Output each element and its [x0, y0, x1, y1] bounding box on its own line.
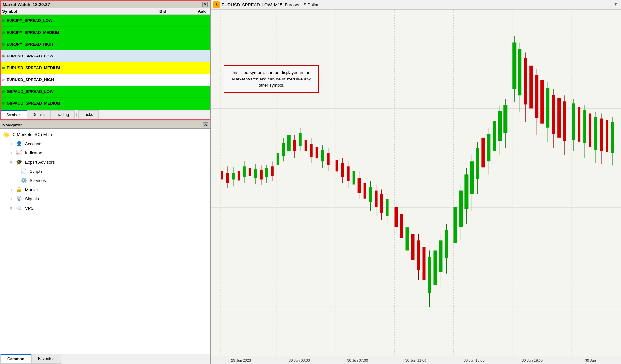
- indicators-icon: 📈: [16, 150, 22, 156]
- services-icon: ⚙️: [21, 177, 27, 183]
- svg-rect-41: [293, 140, 296, 151]
- svg-rect-51: [321, 150, 324, 161]
- tab-separator: |: [75, 110, 78, 119]
- svg-rect-93: [445, 230, 448, 258]
- col-symbol: Symbol: [2, 9, 129, 14]
- status-dot: [2, 55, 5, 57]
- table-row[interactable]: GBPAUD_SPREAD_MEDIUM: [1, 98, 210, 109]
- svg-rect-123: [535, 75, 538, 118]
- svg-rect-15: [221, 171, 223, 179]
- scroll-arrow-icon[interactable]: ▼: [614, 2, 618, 7]
- tab-trading[interactable]: Trading: [50, 110, 75, 119]
- navigator-root-item[interactable]: 🌟 IC Markets (SC) MT5: [0, 130, 210, 139]
- svg-rect-103: [476, 148, 479, 179]
- navigator-item-indicators[interactable]: ⊞ 📈 Indicators: [0, 148, 210, 157]
- market-label: Market: [25, 187, 38, 192]
- broker-icon: 🌟: [3, 131, 10, 138]
- table-row[interactable]: EURJPY_SPREAD_LOW: [1, 15, 210, 27]
- market-watch-tabs: Symbols Details Trading | Ticks: [1, 110, 210, 119]
- navigator-header: Navigator ✕: [0, 121, 210, 129]
- accounts-icon: 👤: [16, 141, 22, 147]
- svg-rect-67: [369, 187, 372, 202]
- market-icon: 🔒: [16, 187, 22, 193]
- scripts-icon: 📄: [21, 168, 27, 174]
- svg-rect-109: [493, 121, 496, 151]
- date-label-5: 30 Jun 15:00: [445, 358, 503, 362]
- chart-header: $ EURUSD_SPREAD_LOW, M15: Euro vs US Dol…: [211, 0, 621, 10]
- svg-rect-135: [572, 103, 575, 140]
- svg-rect-21: [238, 171, 240, 180]
- svg-rect-117: [518, 49, 521, 96]
- navigator-item-vps[interactable]: ⊞ ☁️ VPS: [0, 203, 210, 213]
- tab-common[interactable]: Common: [0, 354, 31, 364]
- svg-rect-129: [552, 95, 555, 134]
- svg-rect-145: [600, 119, 603, 151]
- navigator-item-scripts[interactable]: 📄 Scripts: [0, 167, 210, 176]
- symbol-name: GBPAUD_SPREAD_LOW: [2, 89, 129, 94]
- status-dot: [2, 43, 5, 46]
- symbol-name: EURJPY_SPREAD_LOW: [2, 18, 129, 23]
- tab-symbols[interactable]: Symbols: [1, 110, 27, 119]
- expand-icon: ⊞: [10, 160, 13, 164]
- svg-rect-121: [529, 66, 533, 109]
- svg-rect-63: [358, 178, 361, 193]
- navigator-panel: Navigator ✕ 🌟 IC Markets (SC) MT5 ⊞ 👤 Ac…: [0, 121, 210, 364]
- table-row[interactable]: EURJPY_SPREAD_HIGH: [1, 38, 210, 50]
- svg-rect-43: [299, 133, 302, 146]
- svg-rect-39: [288, 135, 291, 151]
- svg-rect-53: [327, 153, 330, 165]
- candlestick-chart: [211, 10, 621, 356]
- date-label-6: 30 Jun 19:00: [503, 358, 561, 362]
- svg-rect-99: [464, 174, 468, 209]
- navigator-close-button[interactable]: ✕: [203, 122, 208, 127]
- svg-rect-105: [481, 138, 485, 167]
- symbol-name: EURUSD_SPREAD_LOW: [2, 54, 129, 58]
- table-row[interactable]: EURUSD_SPREAD_LOW: [1, 50, 210, 62]
- navigator-item-signals[interactable]: ⊞ 📡 Signals: [0, 194, 210, 203]
- table-row[interactable]: EURJPY_SPREAD_MEDIUM: [1, 27, 210, 38]
- svg-rect-111: [498, 111, 502, 141]
- svg-rect-79: [406, 227, 409, 250]
- svg-rect-127: [546, 88, 549, 128]
- svg-rect-75: [395, 207, 398, 227]
- svg-rect-137: [578, 107, 580, 142]
- svg-rect-85: [422, 247, 426, 280]
- svg-rect-29: [260, 170, 263, 179]
- navigator-item-expert-advisors[interactable]: ⊞ 🎓 Expert Advisors: [0, 157, 210, 167]
- svg-rect-125: [540, 80, 544, 124]
- svg-rect-73: [386, 199, 389, 216]
- tab-ticks[interactable]: Ticks: [78, 110, 99, 119]
- chart-area[interactable]: Installed symbols can be displayed in th…: [211, 10, 621, 356]
- chart-panel: $ EURUSD_SPREAD_LOW, M15: Euro vs US Dol…: [210, 0, 621, 364]
- tab-details[interactable]: Details: [27, 110, 50, 119]
- svg-rect-49: [316, 147, 318, 158]
- table-row[interactable]: EURUSD_SPREAD_MEDIUM: [1, 62, 210, 74]
- svg-rect-27: [254, 169, 257, 178]
- navigator-item-services[interactable]: ⚙️ Services: [0, 176, 210, 185]
- broker-label: IC Markets (SC) MT5: [12, 132, 52, 137]
- svg-rect-141: [589, 114, 591, 147]
- navigator-item-market[interactable]: ⊞ 🔒 Market: [0, 185, 210, 194]
- tab-favorites[interactable]: Favorites: [31, 354, 61, 364]
- market-watch-panel: Market Watch: 18:20:37 ✕ Symbol Bid Ask …: [0, 0, 210, 120]
- svg-rect-47: [310, 144, 313, 157]
- svg-rect-35: [277, 153, 279, 165]
- svg-rect-131: [557, 98, 561, 138]
- signals-label: Signals: [25, 196, 39, 201]
- svg-rect-17: [226, 173, 229, 183]
- expert-advisors-icon: 🎓: [16, 159, 22, 165]
- navigator-item-accounts[interactable]: ⊞ 👤 Accounts: [0, 139, 210, 148]
- status-dot: [2, 31, 5, 34]
- symbol-name: GBPAUD_SPREAD_MEDIUM: [2, 101, 129, 106]
- table-row[interactable]: GBPAUD_SPREAD_LOW: [1, 86, 210, 98]
- table-row[interactable]: EURUSD_SPREAD_HIGH: [1, 74, 210, 86]
- svg-rect-149: [611, 122, 614, 153]
- market-watch-title: Market Watch: 18:20:37: [3, 2, 50, 7]
- svg-rect-0: [211, 10, 621, 356]
- signals-icon: 📡: [16, 196, 22, 202]
- expand-icon: ⊞: [10, 151, 13, 155]
- market-watch-close-button[interactable]: ✕: [202, 2, 208, 7]
- svg-rect-23: [243, 166, 246, 177]
- table-row[interactable]: GBPAUD_SPREAD_HIGH: [1, 109, 210, 110]
- svg-rect-101: [470, 161, 474, 194]
